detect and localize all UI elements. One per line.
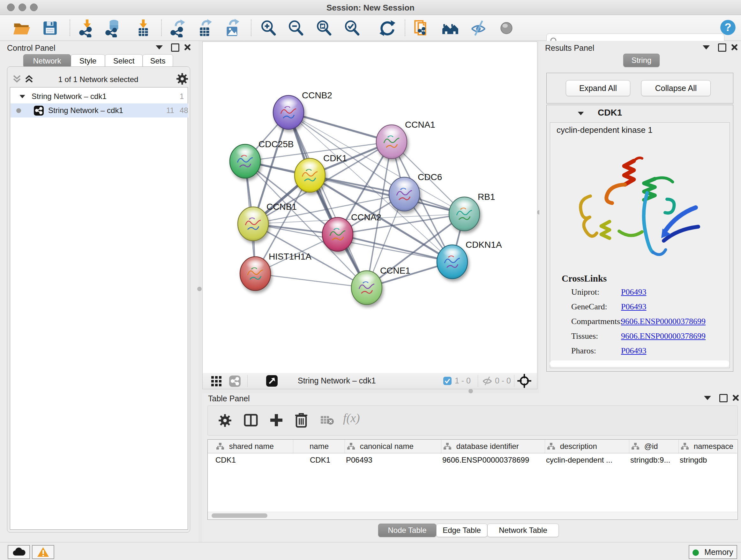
warning-button[interactable] [32, 545, 54, 559]
level-of-detail-icon[interactable] [497, 19, 516, 37]
panel-collapse-icon[interactable] [156, 45, 163, 50]
network-node-CCNE1[interactable]: CCNE1 [351, 266, 410, 305]
show-hide-graphics-icon[interactable] [469, 19, 488, 37]
panel-collapse-icon[interactable] [704, 396, 711, 400]
table-hscrollbar-thumb[interactable] [212, 513, 267, 518]
cloud-button[interactable] [8, 545, 30, 559]
import-table-icon[interactable] [133, 19, 152, 37]
section-expander-icon[interactable] [578, 112, 584, 115]
help-icon[interactable]: ? [719, 18, 737, 37]
panel-float-icon[interactable] [718, 44, 726, 52]
tab-network-table[interactable]: Network Table [487, 523, 559, 537]
panel-collapse-icon[interactable] [703, 45, 710, 50]
network-node-CCNB1[interactable]: CCNB1 [238, 202, 297, 241]
zoom-selected-icon[interactable] [343, 19, 361, 37]
export-image-icon[interactable] [223, 19, 241, 37]
tab-edge-table[interactable]: Edge Table [436, 523, 487, 537]
gear-icon[interactable] [218, 414, 232, 428]
crosslink-label: Tissues: [571, 331, 598, 341]
open-session-icon[interactable] [12, 19, 30, 37]
hidden-eye-icon[interactable] [482, 376, 492, 386]
network-collection-row[interactable]: String Network – cdk1 1 [10, 89, 188, 104]
column-type-icon [216, 442, 224, 450]
expand-all-icon[interactable] [24, 74, 34, 84]
birdseye-icon[interactable] [517, 374, 531, 388]
tab-string[interactable]: String [623, 54, 660, 67]
home-icon[interactable] [441, 19, 460, 37]
crosslink-compartments-link[interactable]: 9606.ENSP00000378699 [621, 317, 705, 326]
network-node-count: 11 [166, 104, 174, 118]
tab-select[interactable]: Select [105, 54, 143, 68]
results-scrollbar-track[interactable] [550, 361, 729, 367]
column-header[interactable]: database identifier [441, 440, 545, 453]
network-node-HIST1H1A[interactable]: HIST1H1A [240, 252, 312, 291]
column-header[interactable]: @id [629, 440, 679, 453]
share-document-icon[interactable] [412, 19, 431, 37]
share-network-icon[interactable] [229, 375, 241, 387]
delete-column-icon[interactable] [294, 412, 309, 428]
crosslink-pharos-link[interactable]: P06493 [621, 346, 646, 356]
crosslink-uniprot-link[interactable]: P06493 [621, 287, 646, 297]
network-canvas[interactable]: CCNB2CCNA1CDC25BCDK1CDC6RB1CCNB1CCNA2CDK… [202, 42, 537, 374]
import-network-icon[interactable] [77, 19, 96, 37]
collapse-all-icon[interactable] [12, 74, 22, 84]
table-hscrollbar-track[interactable] [208, 512, 737, 519]
network-edge[interactable] [288, 112, 392, 142]
zoom-in-icon[interactable] [259, 19, 278, 37]
open-in-window-icon[interactable] [266, 375, 278, 387]
network-tree: String Network – cdk1 1 String Network –… [10, 87, 188, 530]
column-type-icon [443, 442, 452, 450]
memory-button[interactable]: Memory [689, 545, 737, 559]
node-label-CDKN1A: CDKN1A [466, 240, 502, 250]
delete-table-icon[interactable] [320, 415, 334, 426]
gear-icon[interactable] [176, 72, 189, 85]
tab-style[interactable]: Style [71, 54, 105, 68]
columns-icon[interactable] [244, 413, 258, 428]
main-toolbar: ? [0, 15, 741, 41]
tree-expander-icon[interactable] [19, 95, 25, 98]
column-header[interactable]: description [545, 440, 629, 453]
refresh-icon[interactable] [378, 19, 397, 37]
save-session-icon[interactable] [41, 19, 59, 37]
toolbar-separator [247, 375, 248, 387]
network-edge[interactable] [255, 273, 367, 288]
network-node-CCNB2[interactable]: CCNB2 [273, 90, 332, 129]
column-header[interactable]: shared name [214, 440, 293, 453]
panel-float-icon[interactable] [171, 44, 179, 52]
panel-close-icon[interactable] [731, 44, 738, 51]
add-column-icon[interactable] [269, 413, 284, 428]
collapse-all-button[interactable]: Collapse All [641, 80, 711, 96]
crosslink-tissues-link[interactable]: 9606.ENSP00000378699 [621, 331, 705, 341]
table-row[interactable]: CDK1 CDK1 P06493 9606.ENSP00000378699 cy… [208, 453, 737, 467]
export-network-icon[interactable] [169, 19, 188, 37]
horizontal-splitter-handle[interactable] [468, 389, 473, 393]
panel-close-icon[interactable] [732, 394, 739, 401]
zoom-fit-icon[interactable] [315, 19, 333, 37]
column-header[interactable]: canonical name [345, 440, 441, 453]
expand-all-button[interactable]: Expand All [566, 80, 630, 96]
zoom-out-icon[interactable] [286, 19, 305, 37]
collection-label: String Network – cdk1 [31, 89, 107, 104]
network-node-CCNA1[interactable]: CCNA1 [376, 120, 435, 159]
control-panel-title: Control Panel [7, 44, 55, 53]
network-row-selected[interactable]: String Network – cdk1 11 48 [10, 104, 188, 118]
grid-mode-icon[interactable] [211, 376, 222, 387]
function-builder-icon[interactable]: f(x) [343, 411, 360, 425]
column-header[interactable]: name [293, 440, 345, 453]
tab-node-table[interactable]: Node Table [378, 523, 436, 537]
tab-network[interactable]: Network [23, 54, 71, 68]
network-node-CDKN1A[interactable]: CDKN1A [437, 240, 502, 279]
node-label-CDK1: CDK1 [323, 153, 347, 163]
import-database-icon[interactable] [104, 19, 123, 37]
tab-sets[interactable]: Sets [143, 54, 173, 68]
network-node-RB1[interactable]: RB1 [449, 192, 495, 231]
selected-checkbox-icon[interactable] [443, 376, 452, 385]
panel-float-icon[interactable] [719, 394, 728, 402]
panel-close-icon[interactable] [184, 44, 191, 51]
vertical-splitter-handle[interactable] [197, 287, 202, 291]
crosslink-genecard-link[interactable]: P06493 [621, 302, 646, 312]
export-table-icon[interactable] [195, 19, 214, 37]
column-header[interactable]: namespace [678, 440, 737, 453]
network-node-CDC6[interactable]: CDC6 [389, 172, 442, 211]
table-toolbar: f(x) [207, 406, 738, 435]
